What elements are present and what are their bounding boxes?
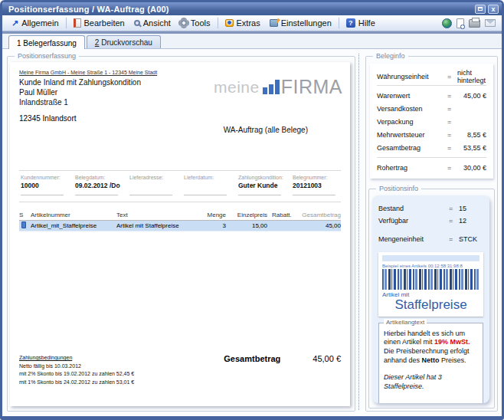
tabstrip: 1 Belegerfassung 2 Druckvorschau: [2, 34, 502, 49]
bar-chart-icon: [263, 80, 280, 94]
help-icon: ?: [346, 18, 355, 28]
info-row-versandkosten: Versandkosten =: [377, 102, 486, 115]
info-row-verpackung: Verpackung =: [377, 115, 486, 128]
barcode-image: [382, 269, 479, 290]
info-value: nicht hinterlegt: [457, 69, 486, 84]
info-row-warenwert: Warenwert = 45,00 €: [377, 89, 486, 102]
equals-sign: =: [447, 92, 457, 100]
titlebar[interactable]: Positionserfassung / WA-Auftrag (A00) x: [2, 2, 502, 15]
artikellangtext-label: Artikellangtext: [384, 319, 427, 326]
table-header: S Artikelnummer Text Menge Einzelpreis R…: [19, 212, 341, 221]
menu-label: Tools: [191, 18, 211, 28]
field-underline: [184, 195, 227, 195]
info-value: 45,00 €: [457, 92, 486, 100]
info-label: Mengeneinheit: [378, 235, 449, 243]
restore-button[interactable]: [475, 5, 486, 14]
settings-icon: [270, 19, 278, 27]
app-window: Positionserfassung / WA-Auftrag (A00) x …: [0, 0, 504, 420]
field-label: Lieferdatum:: [184, 175, 231, 180]
tab-belegerfassung[interactable]: 1 Belegerfassung: [8, 35, 85, 49]
langtext-segment: Preises.: [440, 356, 466, 364]
equals-sign: =: [447, 144, 457, 152]
info-value: 12: [459, 217, 483, 225]
group-label: Positionserfassung: [15, 52, 79, 60]
cell-einzelpreis: 15,00: [226, 222, 267, 229]
field-label: Belegdatum:: [75, 175, 122, 180]
article-image-line2: Staffelpreise: [382, 298, 479, 313]
field-value: 10000: [21, 182, 67, 190]
info-label: Verfügbar: [378, 217, 449, 225]
document-footer: Zahlungsbedingungen Netto fällig bis 10.…: [19, 354, 341, 386]
col-menge: Menge: [197, 212, 226, 218]
positionsinfo-card: Bestand = 15 Verfügbar = 12 Mengeneinhei…: [372, 195, 489, 403]
field-value: 20121003: [293, 182, 339, 190]
equals-sign: =: [449, 217, 459, 225]
field-label: Kundennummer:: [21, 175, 67, 180]
document-preview: Meine Firma GmbH - Meine Straße 1 - 1234…: [10, 62, 350, 406]
panel-splitter[interactable]: [358, 54, 365, 410]
menu-allgemein[interactable]: ↗ Allgemein: [7, 17, 64, 29]
cell-artikelnummer: Artikel_mit_Staffelpreise: [31, 222, 116, 229]
payment-terms: Zahlungsbedingungen Netto fällig bis 10.…: [19, 354, 134, 386]
info-label: Versandkosten: [377, 105, 447, 113]
field-lieferdatum[interactable]: Lieferdatum:: [184, 175, 231, 195]
info-label: Warenwert: [377, 92, 447, 100]
equals-sign: =: [449, 235, 459, 243]
menu-label: Extras: [237, 18, 260, 28]
document-report-icon[interactable]: [457, 18, 464, 28]
mail-icon[interactable]: [485, 19, 496, 27]
position-icon: [21, 221, 26, 228]
menu-separator: [66, 18, 67, 28]
col-text: Text: [116, 212, 197, 218]
edit-icon: [74, 18, 81, 28]
globe-icon[interactable]: [442, 18, 452, 28]
close-button[interactable]: x: [488, 5, 499, 14]
equals-sign: =: [449, 205, 459, 212]
payment-terms-line: mit 2% Skonto bis 19.02.2012 zu zahlen 5…: [19, 370, 134, 379]
menu-tools[interactable]: Tools: [175, 17, 215, 29]
arrow-icon: ↗: [11, 19, 18, 28]
header-fields: Kundennummer: 10000 Belegdatum: 09.02.20…: [19, 170, 341, 202]
article-image: Beispiel eines Artikels 00:12:58:31:98:8…: [378, 252, 483, 317]
field-underline: [21, 195, 64, 195]
field-underline: [129, 195, 172, 195]
article-image-caption: Beispiel eines Artikels 00:12:58:31:98:8: [382, 264, 479, 268]
field-belegdatum[interactable]: Belegdatum: 09.02.2012 /Do: [75, 175, 122, 195]
menu-einstellungen[interactable]: Einstellungen: [265, 17, 336, 29]
menu-ansicht[interactable]: Ansicht: [129, 17, 175, 29]
tab-label: Belegerfassung: [21, 39, 77, 48]
info-row-mehrwertsteuer: Mehrwertsteuer = 8,55 €: [377, 128, 486, 141]
info-value: 53,55 €: [457, 144, 486, 152]
field-kundennummer[interactable]: Kundennummer: 10000: [21, 175, 67, 195]
group-label: Positionsinfo: [376, 185, 421, 192]
field-lieferadresse[interactable]: Lieferadresse:: [129, 175, 176, 195]
info-label: Rohertrag: [377, 164, 447, 172]
langtext-paragraph: Die Preisberechnung erfolgt anhand des N…: [384, 347, 478, 365]
printer-icon[interactable]: [469, 19, 480, 28]
info-value: 15: [459, 205, 483, 212]
total-label: Gesamtbetrag: [224, 354, 280, 363]
field-value: 09.02.2012 /Do: [75, 182, 122, 190]
menu-label: Einstellungen: [281, 18, 332, 28]
extras-icon: [225, 19, 234, 27]
table-row[interactable]: Artikel_mit_Staffelpreise Artikel mit St…: [19, 221, 341, 231]
field-label: Lieferadresse:: [129, 175, 176, 180]
col-rabatt: Rabatt.: [267, 212, 298, 218]
divider: [377, 85, 486, 86]
content-area: Positionserfassung Meine Firma GmbH - Me…: [2, 49, 502, 416]
field-belegnummer[interactable]: Belegnummer: 20121003: [293, 175, 339, 195]
field-value: Guter Kunde: [238, 182, 285, 190]
menu-bearbeiten[interactable]: Bearbeiten: [69, 17, 129, 29]
tab-druckvorschau[interactable]: 2 Druckvorschau: [87, 35, 161, 48]
field-label: Belegnummer:: [293, 175, 339, 180]
menu-label: Ansicht: [143, 18, 171, 28]
equals-sign: =: [447, 73, 457, 80]
logo-text-firma: FIRMA: [281, 79, 342, 95]
field-zahlungskondition[interactable]: Zahlungskondition: Guter Kunde: [238, 175, 285, 195]
menu-extras[interactable]: Extras: [221, 17, 265, 29]
magnifier-icon: [134, 20, 140, 26]
payment-terms-line: mit 1% Skonto bis 24.02.2012 zu zahlen 5…: [19, 379, 134, 387]
image-header-strip: [382, 255, 479, 261]
total-value: 45,00 €: [313, 354, 341, 363]
menu-hilfe[interactable]: ? Hilfe: [342, 17, 380, 29]
